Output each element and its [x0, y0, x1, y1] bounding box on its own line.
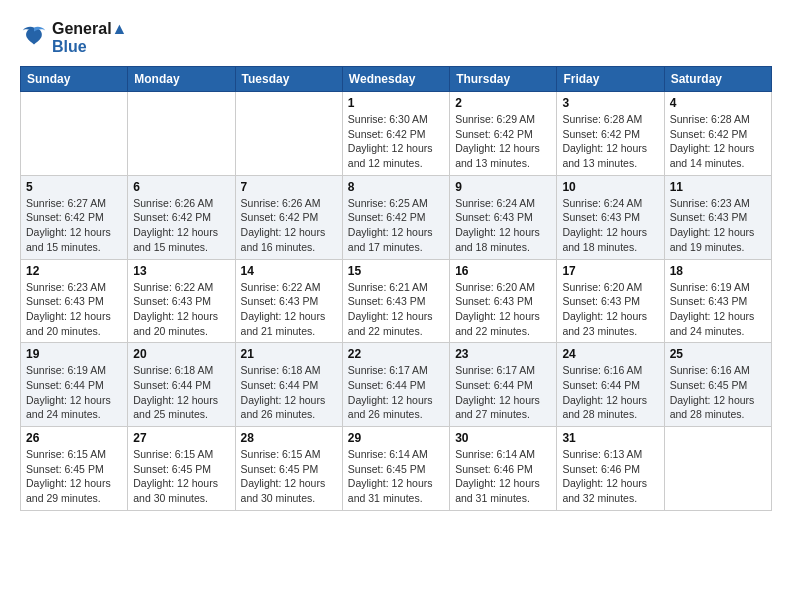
calendar-day-cell: 19Sunrise: 6:19 AM Sunset: 6:44 PM Dayli…: [21, 343, 128, 427]
calendar-day-cell: 22Sunrise: 6:17 AM Sunset: 6:44 PM Dayli…: [342, 343, 449, 427]
logo-icon: [20, 24, 48, 52]
day-number: 2: [455, 96, 551, 110]
day-info: Sunrise: 6:24 AM Sunset: 6:43 PM Dayligh…: [562, 196, 658, 255]
day-number: 5: [26, 180, 122, 194]
day-number: 18: [670, 264, 766, 278]
day-number: 23: [455, 347, 551, 361]
page-header: General▲ Blue: [20, 20, 772, 56]
calendar-day-cell: 20Sunrise: 6:18 AM Sunset: 6:44 PM Dayli…: [128, 343, 235, 427]
day-info: Sunrise: 6:30 AM Sunset: 6:42 PM Dayligh…: [348, 112, 444, 171]
calendar-day-cell: 16Sunrise: 6:20 AM Sunset: 6:43 PM Dayli…: [450, 259, 557, 343]
day-number: 27: [133, 431, 229, 445]
day-info: Sunrise: 6:17 AM Sunset: 6:44 PM Dayligh…: [348, 363, 444, 422]
weekday-header: Thursday: [450, 67, 557, 92]
day-info: Sunrise: 6:17 AM Sunset: 6:44 PM Dayligh…: [455, 363, 551, 422]
day-number: 20: [133, 347, 229, 361]
weekday-header: Saturday: [664, 67, 771, 92]
day-info: Sunrise: 6:14 AM Sunset: 6:46 PM Dayligh…: [455, 447, 551, 506]
day-number: 22: [348, 347, 444, 361]
calendar-day-cell: 12Sunrise: 6:23 AM Sunset: 6:43 PM Dayli…: [21, 259, 128, 343]
calendar-week-row: 26Sunrise: 6:15 AM Sunset: 6:45 PM Dayli…: [21, 427, 772, 511]
calendar-table: SundayMondayTuesdayWednesdayThursdayFrid…: [20, 66, 772, 511]
day-number: 10: [562, 180, 658, 194]
calendar-day-cell: 1Sunrise: 6:30 AM Sunset: 6:42 PM Daylig…: [342, 92, 449, 176]
calendar-day-cell: 29Sunrise: 6:14 AM Sunset: 6:45 PM Dayli…: [342, 427, 449, 511]
day-number: 6: [133, 180, 229, 194]
calendar-day-cell: 2Sunrise: 6:29 AM Sunset: 6:42 PM Daylig…: [450, 92, 557, 176]
day-number: 11: [670, 180, 766, 194]
day-info: Sunrise: 6:27 AM Sunset: 6:42 PM Dayligh…: [26, 196, 122, 255]
calendar-day-cell: [128, 92, 235, 176]
calendar-day-cell: 6Sunrise: 6:26 AM Sunset: 6:42 PM Daylig…: [128, 175, 235, 259]
day-info: Sunrise: 6:23 AM Sunset: 6:43 PM Dayligh…: [26, 280, 122, 339]
calendar-day-cell: 7Sunrise: 6:26 AM Sunset: 6:42 PM Daylig…: [235, 175, 342, 259]
logo: General▲ Blue: [20, 20, 127, 56]
weekday-header: Tuesday: [235, 67, 342, 92]
day-info: Sunrise: 6:24 AM Sunset: 6:43 PM Dayligh…: [455, 196, 551, 255]
calendar-day-cell: 31Sunrise: 6:13 AM Sunset: 6:46 PM Dayli…: [557, 427, 664, 511]
calendar-day-cell: 13Sunrise: 6:22 AM Sunset: 6:43 PM Dayli…: [128, 259, 235, 343]
day-number: 31: [562, 431, 658, 445]
day-info: Sunrise: 6:19 AM Sunset: 6:43 PM Dayligh…: [670, 280, 766, 339]
logo-text: General▲ Blue: [52, 20, 127, 56]
day-info: Sunrise: 6:26 AM Sunset: 6:42 PM Dayligh…: [133, 196, 229, 255]
weekday-header: Monday: [128, 67, 235, 92]
weekday-header: Wednesday: [342, 67, 449, 92]
day-number: 1: [348, 96, 444, 110]
day-info: Sunrise: 6:21 AM Sunset: 6:43 PM Dayligh…: [348, 280, 444, 339]
calendar-day-cell: 8Sunrise: 6:25 AM Sunset: 6:42 PM Daylig…: [342, 175, 449, 259]
day-info: Sunrise: 6:28 AM Sunset: 6:42 PM Dayligh…: [562, 112, 658, 171]
calendar-day-cell: 28Sunrise: 6:15 AM Sunset: 6:45 PM Dayli…: [235, 427, 342, 511]
day-info: Sunrise: 6:14 AM Sunset: 6:45 PM Dayligh…: [348, 447, 444, 506]
day-info: Sunrise: 6:18 AM Sunset: 6:44 PM Dayligh…: [241, 363, 337, 422]
day-info: Sunrise: 6:13 AM Sunset: 6:46 PM Dayligh…: [562, 447, 658, 506]
calendar-header-row: SundayMondayTuesdayWednesdayThursdayFrid…: [21, 67, 772, 92]
calendar-week-row: 1Sunrise: 6:30 AM Sunset: 6:42 PM Daylig…: [21, 92, 772, 176]
calendar-day-cell: 4Sunrise: 6:28 AM Sunset: 6:42 PM Daylig…: [664, 92, 771, 176]
calendar-week-row: 5Sunrise: 6:27 AM Sunset: 6:42 PM Daylig…: [21, 175, 772, 259]
day-info: Sunrise: 6:29 AM Sunset: 6:42 PM Dayligh…: [455, 112, 551, 171]
day-info: Sunrise: 6:22 AM Sunset: 6:43 PM Dayligh…: [241, 280, 337, 339]
day-number: 17: [562, 264, 658, 278]
day-info: Sunrise: 6:22 AM Sunset: 6:43 PM Dayligh…: [133, 280, 229, 339]
calendar-day-cell: 24Sunrise: 6:16 AM Sunset: 6:44 PM Dayli…: [557, 343, 664, 427]
day-info: Sunrise: 6:23 AM Sunset: 6:43 PM Dayligh…: [670, 196, 766, 255]
calendar-week-row: 12Sunrise: 6:23 AM Sunset: 6:43 PM Dayli…: [21, 259, 772, 343]
calendar-day-cell: 10Sunrise: 6:24 AM Sunset: 6:43 PM Dayli…: [557, 175, 664, 259]
day-number: 3: [562, 96, 658, 110]
day-info: Sunrise: 6:20 AM Sunset: 6:43 PM Dayligh…: [562, 280, 658, 339]
day-number: 14: [241, 264, 337, 278]
day-number: 26: [26, 431, 122, 445]
weekday-header: Friday: [557, 67, 664, 92]
day-number: 9: [455, 180, 551, 194]
day-number: 24: [562, 347, 658, 361]
day-number: 28: [241, 431, 337, 445]
day-info: Sunrise: 6:18 AM Sunset: 6:44 PM Dayligh…: [133, 363, 229, 422]
day-info: Sunrise: 6:19 AM Sunset: 6:44 PM Dayligh…: [26, 363, 122, 422]
calendar-day-cell: 15Sunrise: 6:21 AM Sunset: 6:43 PM Dayli…: [342, 259, 449, 343]
calendar-day-cell: 30Sunrise: 6:14 AM Sunset: 6:46 PM Dayli…: [450, 427, 557, 511]
day-info: Sunrise: 6:28 AM Sunset: 6:42 PM Dayligh…: [670, 112, 766, 171]
day-number: 15: [348, 264, 444, 278]
calendar-day-cell: 17Sunrise: 6:20 AM Sunset: 6:43 PM Dayli…: [557, 259, 664, 343]
day-number: 21: [241, 347, 337, 361]
calendar-day-cell: 5Sunrise: 6:27 AM Sunset: 6:42 PM Daylig…: [21, 175, 128, 259]
calendar-day-cell: 11Sunrise: 6:23 AM Sunset: 6:43 PM Dayli…: [664, 175, 771, 259]
day-info: Sunrise: 6:16 AM Sunset: 6:44 PM Dayligh…: [562, 363, 658, 422]
calendar-day-cell: 21Sunrise: 6:18 AM Sunset: 6:44 PM Dayli…: [235, 343, 342, 427]
calendar-week-row: 19Sunrise: 6:19 AM Sunset: 6:44 PM Dayli…: [21, 343, 772, 427]
calendar-day-cell: [235, 92, 342, 176]
calendar-day-cell: 18Sunrise: 6:19 AM Sunset: 6:43 PM Dayli…: [664, 259, 771, 343]
calendar-day-cell: 26Sunrise: 6:15 AM Sunset: 6:45 PM Dayli…: [21, 427, 128, 511]
day-number: 4: [670, 96, 766, 110]
day-number: 13: [133, 264, 229, 278]
calendar-day-cell: 23Sunrise: 6:17 AM Sunset: 6:44 PM Dayli…: [450, 343, 557, 427]
weekday-header: Sunday: [21, 67, 128, 92]
calendar-day-cell: [21, 92, 128, 176]
day-number: 30: [455, 431, 551, 445]
calendar-day-cell: 9Sunrise: 6:24 AM Sunset: 6:43 PM Daylig…: [450, 175, 557, 259]
day-info: Sunrise: 6:26 AM Sunset: 6:42 PM Dayligh…: [241, 196, 337, 255]
day-number: 16: [455, 264, 551, 278]
day-number: 8: [348, 180, 444, 194]
calendar-day-cell: 27Sunrise: 6:15 AM Sunset: 6:45 PM Dayli…: [128, 427, 235, 511]
